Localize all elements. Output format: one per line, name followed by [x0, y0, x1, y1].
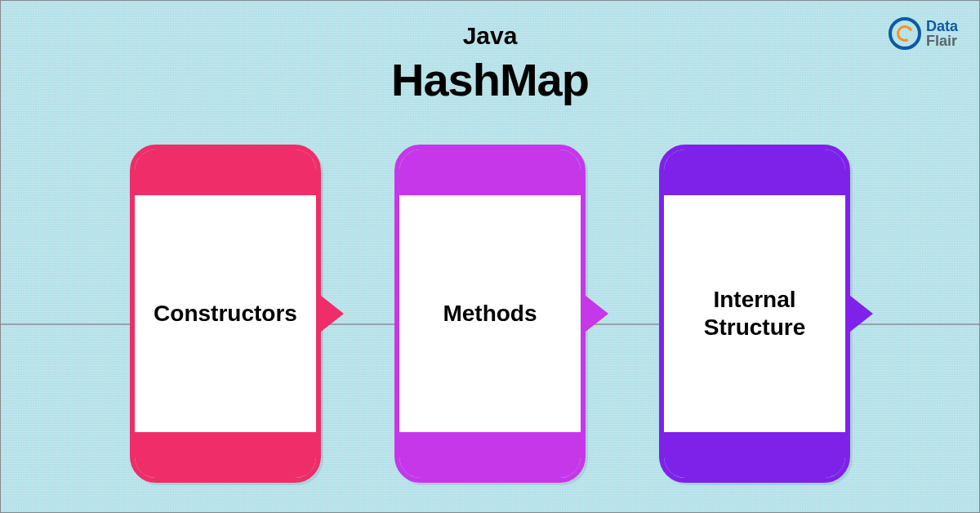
card-cap-bottom [135, 432, 316, 478]
card-center: Methods [399, 195, 581, 432]
logo-line1: Data [926, 19, 958, 33]
card-methods: Methods [394, 145, 586, 483]
card-center: Internal Structure [664, 195, 845, 432]
card-constructors: Constructors [130, 145, 321, 483]
card-cap-bottom [664, 432, 845, 478]
card-label: Constructors [154, 300, 297, 328]
card-center: Constructors [135, 195, 316, 432]
card-body: Internal Structure [659, 145, 850, 483]
page-subtitle: Java [1, 22, 979, 50]
logo-text: Data Flair [926, 19, 958, 48]
card-label: Methods [443, 300, 537, 328]
arrow-right-icon [850, 296, 873, 332]
card-internal-structure: Internal Structure [659, 145, 850, 483]
heading-block: Java HashMap [1, 1, 979, 106]
arrow-right-icon [586, 296, 608, 332]
card-cap-top [664, 149, 845, 195]
card-label: Internal Structure [677, 286, 832, 341]
card-cap-top [399, 149, 581, 195]
logo-mark-icon [889, 17, 921, 50]
card-body: Methods [394, 145, 586, 483]
page-title: HashMap [1, 53, 979, 106]
arrow-right-icon [321, 296, 344, 332]
brand-logo: Data Flair [889, 17, 958, 50]
card-cap-bottom [399, 432, 581, 478]
card-row: Constructors Methods Internal Structure [1, 145, 979, 483]
card-cap-top [135, 149, 316, 195]
card-body: Constructors [130, 145, 321, 483]
logo-line2: Flair [926, 33, 958, 48]
